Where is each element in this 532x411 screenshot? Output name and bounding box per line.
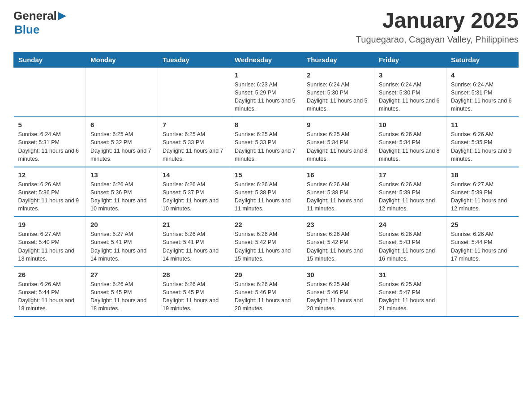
day-info: Sunrise: 6:25 AMSunset: 5:33 PMDaylight:… <box>235 130 297 163</box>
calendar-cell <box>158 67 230 117</box>
calendar-cell: 1Sunrise: 6:23 AMSunset: 5:29 PMDaylight… <box>230 67 302 117</box>
calendar-cell: 16Sunrise: 6:26 AMSunset: 5:38 PMDayligh… <box>302 167 374 217</box>
day-number: 22 <box>235 221 297 228</box>
calendar-cell: 21Sunrise: 6:26 AMSunset: 5:41 PMDayligh… <box>158 217 230 267</box>
day-info: Sunrise: 6:26 AMSunset: 5:45 PMDaylight:… <box>90 280 153 313</box>
logo-blue-text: Blue <box>14 23 39 36</box>
page-header: General Blue January 2025 Tuguegarao, Ca… <box>13 9 519 45</box>
calendar-week-row: 12Sunrise: 6:26 AMSunset: 5:36 PMDayligh… <box>14 167 519 217</box>
day-info: Sunrise: 6:27 AMSunset: 5:41 PMDaylight:… <box>90 230 153 263</box>
day-number: 24 <box>379 221 442 228</box>
calendar-header-sunday: Sunday <box>14 52 86 67</box>
day-number: 20 <box>90 221 153 228</box>
calendar-cell: 28Sunrise: 6:26 AMSunset: 5:45 PMDayligh… <box>158 267 230 317</box>
day-number: 1 <box>235 71 297 79</box>
calendar-week-row: 1Sunrise: 6:23 AMSunset: 5:29 PMDaylight… <box>14 67 519 117</box>
day-info: Sunrise: 6:25 AMSunset: 5:34 PMDaylight:… <box>307 130 369 163</box>
calendar-table: SundayMondayTuesdayWednesdayThursdayFrid… <box>13 52 519 317</box>
calendar-cell: 17Sunrise: 6:26 AMSunset: 5:39 PMDayligh… <box>374 167 446 217</box>
logo-general-text: General <box>13 9 57 23</box>
day-number: 16 <box>307 171 369 179</box>
day-info: Sunrise: 6:26 AMSunset: 5:36 PMDaylight:… <box>90 180 153 213</box>
calendar-cell: 18Sunrise: 6:27 AMSunset: 5:39 PMDayligh… <box>446 167 519 217</box>
day-info: Sunrise: 6:25 AMSunset: 5:32 PMDaylight:… <box>90 130 153 163</box>
day-number: 30 <box>307 271 369 278</box>
day-info: Sunrise: 6:24 AMSunset: 5:30 PMDaylight:… <box>379 81 442 113</box>
day-number: 10 <box>379 121 442 128</box>
calendar-cell: 27Sunrise: 6:26 AMSunset: 5:45 PMDayligh… <box>86 267 158 317</box>
day-info: Sunrise: 6:26 AMSunset: 5:34 PMDaylight:… <box>379 130 442 163</box>
day-info: Sunrise: 6:25 AMSunset: 5:47 PMDaylight:… <box>379 280 442 313</box>
day-info: Sunrise: 6:25 AMSunset: 5:46 PMDaylight:… <box>307 280 369 313</box>
calendar-cell: 9Sunrise: 6:25 AMSunset: 5:34 PMDaylight… <box>302 117 374 167</box>
day-info: Sunrise: 6:26 AMSunset: 5:41 PMDaylight:… <box>163 230 225 263</box>
calendar-cell: 10Sunrise: 6:26 AMSunset: 5:34 PMDayligh… <box>374 117 446 167</box>
calendar-header-row: SundayMondayTuesdayWednesdayThursdayFrid… <box>14 52 519 67</box>
day-number: 14 <box>163 171 225 179</box>
calendar-cell: 22Sunrise: 6:26 AMSunset: 5:42 PMDayligh… <box>230 217 302 267</box>
day-info: Sunrise: 6:23 AMSunset: 5:29 PMDaylight:… <box>235 81 297 113</box>
day-number: 3 <box>379 71 442 79</box>
calendar-cell: 29Sunrise: 6:26 AMSunset: 5:46 PMDayligh… <box>230 267 302 317</box>
day-info: Sunrise: 6:26 AMSunset: 5:42 PMDaylight:… <box>235 230 297 263</box>
day-info: Sunrise: 6:26 AMSunset: 5:38 PMDaylight:… <box>235 180 297 213</box>
day-info: Sunrise: 6:26 AMSunset: 5:46 PMDaylight:… <box>235 280 297 313</box>
day-number: 25 <box>451 221 514 228</box>
calendar-cell: 14Sunrise: 6:26 AMSunset: 5:37 PMDayligh… <box>158 167 230 217</box>
day-info: Sunrise: 6:26 AMSunset: 5:37 PMDaylight:… <box>163 180 225 213</box>
calendar-week-row: 26Sunrise: 6:26 AMSunset: 5:44 PMDayligh… <box>14 267 519 317</box>
calendar-cell: 13Sunrise: 6:26 AMSunset: 5:36 PMDayligh… <box>86 167 158 217</box>
day-info: Sunrise: 6:26 AMSunset: 5:38 PMDaylight:… <box>307 180 369 213</box>
day-info: Sunrise: 6:26 AMSunset: 5:39 PMDaylight:… <box>379 180 442 213</box>
day-number: 2 <box>307 71 369 79</box>
calendar-header-friday: Friday <box>374 52 446 67</box>
day-info: Sunrise: 6:26 AMSunset: 5:36 PMDaylight:… <box>18 180 82 213</box>
day-info: Sunrise: 6:24 AMSunset: 5:30 PMDaylight:… <box>307 81 369 113</box>
calendar-cell: 23Sunrise: 6:26 AMSunset: 5:42 PMDayligh… <box>302 217 374 267</box>
day-info: Sunrise: 6:27 AMSunset: 5:39 PMDaylight:… <box>451 180 514 213</box>
day-number: 7 <box>163 121 225 128</box>
calendar-cell: 26Sunrise: 6:26 AMSunset: 5:44 PMDayligh… <box>14 267 86 317</box>
day-number: 8 <box>235 121 297 128</box>
calendar-header-tuesday: Tuesday <box>158 52 230 67</box>
day-number: 27 <box>90 271 153 278</box>
calendar-cell: 12Sunrise: 6:26 AMSunset: 5:36 PMDayligh… <box>14 167 86 217</box>
calendar-cell: 3Sunrise: 6:24 AMSunset: 5:30 PMDaylight… <box>374 67 446 117</box>
day-info: Sunrise: 6:26 AMSunset: 5:42 PMDaylight:… <box>307 230 369 263</box>
day-info: Sunrise: 6:26 AMSunset: 5:35 PMDaylight:… <box>451 130 514 163</box>
calendar-cell <box>86 67 158 117</box>
calendar-cell: 6Sunrise: 6:25 AMSunset: 5:32 PMDaylight… <box>86 117 158 167</box>
day-number: 17 <box>379 171 442 179</box>
day-number: 13 <box>90 171 153 179</box>
calendar-cell: 4Sunrise: 6:24 AMSunset: 5:31 PMDaylight… <box>446 67 519 117</box>
day-info: Sunrise: 6:26 AMSunset: 5:44 PMDaylight:… <box>451 230 514 263</box>
calendar-week-row: 5Sunrise: 6:24 AMSunset: 5:31 PMDaylight… <box>14 117 519 167</box>
calendar-header-saturday: Saturday <box>446 52 519 67</box>
day-info: Sunrise: 6:24 AMSunset: 5:31 PMDaylight:… <box>18 130 82 163</box>
day-info: Sunrise: 6:26 AMSunset: 5:44 PMDaylight:… <box>18 280 82 313</box>
day-number: 31 <box>379 271 442 278</box>
calendar-header-thursday: Thursday <box>302 52 374 67</box>
title-block: January 2025 Tuguegarao, Cagayan Valley,… <box>356 9 519 45</box>
calendar-header-monday: Monday <box>86 52 158 67</box>
day-number: 4 <box>451 71 514 79</box>
subtitle: Tuguegarao, Cagayan Valley, Philippines <box>356 34 519 45</box>
calendar-cell: 2Sunrise: 6:24 AMSunset: 5:30 PMDaylight… <box>302 67 374 117</box>
day-number: 11 <box>451 121 514 128</box>
calendar-cell: 15Sunrise: 6:26 AMSunset: 5:38 PMDayligh… <box>230 167 302 217</box>
day-info: Sunrise: 6:25 AMSunset: 5:33 PMDaylight:… <box>163 130 225 163</box>
day-number: 6 <box>90 121 153 128</box>
calendar-cell: 30Sunrise: 6:25 AMSunset: 5:46 PMDayligh… <box>302 267 374 317</box>
calendar-cell: 19Sunrise: 6:27 AMSunset: 5:40 PMDayligh… <box>14 217 86 267</box>
day-number: 19 <box>18 221 82 228</box>
day-number: 12 <box>18 171 82 179</box>
calendar-cell: 7Sunrise: 6:25 AMSunset: 5:33 PMDaylight… <box>158 117 230 167</box>
calendar-week-row: 19Sunrise: 6:27 AMSunset: 5:40 PMDayligh… <box>14 217 519 267</box>
day-number: 26 <box>18 271 82 278</box>
calendar-cell: 31Sunrise: 6:25 AMSunset: 5:47 PMDayligh… <box>374 267 446 317</box>
day-number: 23 <box>307 221 369 228</box>
calendar-cell: 24Sunrise: 6:26 AMSunset: 5:43 PMDayligh… <box>374 217 446 267</box>
day-info: Sunrise: 6:27 AMSunset: 5:40 PMDaylight:… <box>18 230 82 263</box>
calendar-header-wednesday: Wednesday <box>230 52 302 67</box>
calendar-cell: 5Sunrise: 6:24 AMSunset: 5:31 PMDaylight… <box>14 117 86 167</box>
